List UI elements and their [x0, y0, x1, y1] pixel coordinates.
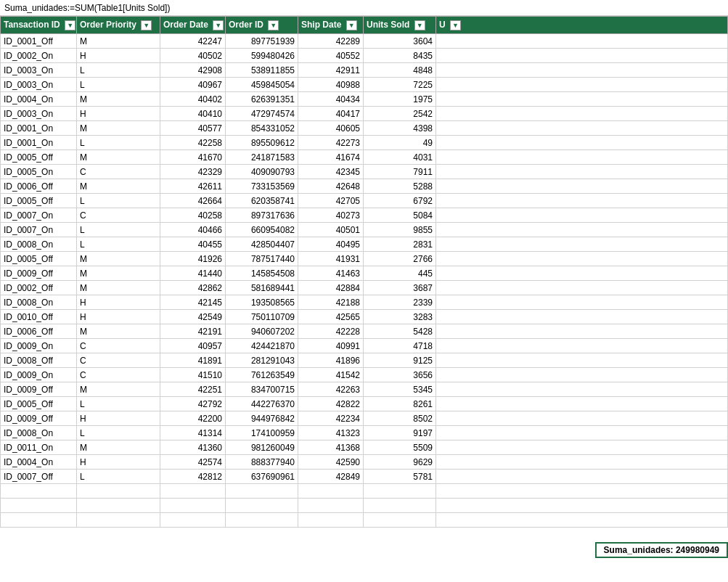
filter-btn-orderid[interactable]: ▼	[268, 20, 279, 30]
table-cell	[436, 92, 728, 107]
empty-row	[1, 499, 728, 513]
table-cell: L	[77, 194, 160, 208]
table-cell: M	[77, 440, 160, 455]
empty-cell	[77, 499, 160, 513]
table-cell: 42188	[298, 295, 364, 310]
table-cell: 41896	[298, 353, 364, 368]
table-cell: 9855	[364, 223, 436, 237]
col-header-shipdate[interactable]: Ship Date ▼	[298, 17, 364, 34]
table-cell: 660954082	[226, 223, 298, 237]
table-row: ID_0009_OffM4144014585450841463445	[1, 266, 728, 281]
table-row: ID_0005_OffL42792442276370428228261	[1, 397, 728, 411]
table-row: ID_0001_OnM40577854331052406054398	[1, 121, 728, 136]
table-cell: 42345	[298, 165, 364, 179]
table-row: ID_0008_OffC41891281291043418969125	[1, 353, 728, 368]
table-cell: 41323	[298, 426, 364, 440]
table-cell: 2831	[364, 237, 436, 252]
table-cell: 4718	[364, 339, 436, 353]
table-cell: 40455	[160, 237, 226, 252]
empty-cell	[298, 513, 364, 528]
table-cell: 42273	[298, 136, 364, 150]
table-cell: ID_0003_On	[1, 63, 77, 78]
table-cell: 41674	[298, 150, 364, 165]
table-cell: 40957	[160, 339, 226, 353]
table-cell: 40991	[298, 339, 364, 353]
empty-cell	[298, 499, 364, 513]
table-cell: 174100959	[226, 426, 298, 440]
table-row: ID_0002_OnH40502599480426405528435	[1, 49, 728, 63]
col-header-transaction[interactable]: Tansaction ID ▼	[1, 17, 77, 34]
table-cell	[436, 353, 728, 368]
empty-cell	[436, 484, 728, 499]
table-cell: 41440	[160, 266, 226, 281]
table-cell: M	[77, 266, 160, 281]
table-cell: 42792	[160, 397, 226, 411]
filter-btn-unitssold[interactable]: ▼	[414, 20, 425, 30]
table-cell: 3687	[364, 281, 436, 295]
table-cell	[436, 455, 728, 470]
col-header-unitssold[interactable]: Units Sold ▼	[364, 17, 436, 34]
table-cell: 42648	[298, 179, 364, 194]
table-cell: 940607202	[226, 324, 298, 339]
table-cell: ID_0003_On	[1, 78, 77, 92]
table-row: ID_0004_OnH42574888377940425909629	[1, 455, 728, 470]
table-row: ID_0006_OffM42191940607202422285428	[1, 324, 728, 339]
table-row: ID_0009_OffH42200944976842422348502	[1, 411, 728, 426]
col-header-orderid[interactable]: Order ID ▼	[226, 17, 298, 34]
filter-btn-orderdate[interactable]: ▼	[213, 20, 224, 30]
table-cell: 49	[364, 136, 436, 150]
table-cell: 9197	[364, 426, 436, 440]
table-cell	[436, 49, 728, 63]
table-cell: 41314	[160, 426, 226, 440]
col-header-orderdate[interactable]: Order Date ▼	[160, 17, 226, 34]
table-cell: 42145	[160, 295, 226, 310]
table-cell: ID_0008_On	[1, 237, 77, 252]
table-cell: H	[77, 310, 160, 324]
table-cell	[436, 440, 728, 455]
table-cell	[436, 63, 728, 78]
table-cell: 42234	[298, 411, 364, 426]
empty-cell	[436, 513, 728, 528]
table-cell: 41931	[298, 252, 364, 266]
filter-btn-extra[interactable]: ▼	[450, 20, 461, 30]
table-cell	[436, 194, 728, 208]
empty-cell	[1, 513, 77, 528]
table-cell: 944976842	[226, 411, 298, 426]
table-cell: 4398	[364, 121, 436, 136]
table-cell: C	[77, 368, 160, 382]
table-row: ID_0009_OnC40957424421870409914718	[1, 339, 728, 353]
empty-cell	[226, 513, 298, 528]
table-cell: 5428	[364, 324, 436, 339]
formula-text: Suma_unidades:=SUM(Table1[Units Sold])	[4, 3, 170, 13]
table-cell: 581689441	[226, 281, 298, 295]
table-cell: 5345	[364, 382, 436, 397]
filter-btn-transaction[interactable]: ▼	[65, 20, 75, 30]
table-cell	[436, 237, 728, 252]
col-header-extra[interactable]: U ▼	[436, 17, 728, 34]
table-cell	[436, 208, 728, 223]
table-cell: ID_0008_On	[1, 426, 77, 440]
table-cell: ID_0010_Off	[1, 310, 77, 324]
empty-cell	[364, 513, 436, 528]
table-cell: 409090793	[226, 165, 298, 179]
table-cell	[436, 339, 728, 353]
table-cell: L	[77, 426, 160, 440]
table-container[interactable]: Tansaction ID ▼ Order Priority ▼ Order D…	[0, 16, 728, 582]
table-cell: L	[77, 470, 160, 484]
table-cell: 897317636	[226, 208, 298, 223]
table-cell	[436, 295, 728, 310]
table-cell: 538911855	[226, 63, 298, 78]
table-cell: 40501	[298, 223, 364, 237]
table-cell: ID_0008_On	[1, 295, 77, 310]
table-cell: 787517440	[226, 252, 298, 266]
filter-btn-priority[interactable]: ▼	[141, 20, 152, 30]
table-cell: 442276370	[226, 397, 298, 411]
table-row: ID_0008_OnH42145193508565421882339	[1, 295, 728, 310]
table-cell	[436, 165, 728, 179]
filter-btn-shipdate[interactable]: ▼	[346, 20, 357, 30]
table-cell: 897751939	[226, 34, 298, 49]
table-cell: 761263549	[226, 368, 298, 382]
table-cell: H	[77, 411, 160, 426]
table-cell: 42849	[298, 470, 364, 484]
col-header-priority[interactable]: Order Priority ▼	[77, 17, 160, 34]
